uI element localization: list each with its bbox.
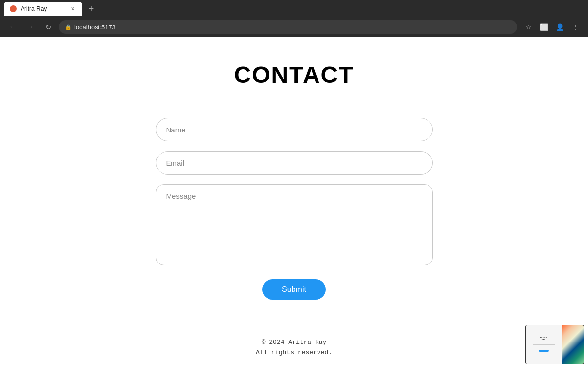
thumbnail-right [562,325,584,364]
profile-button[interactable]: 👤 [553,20,566,34]
new-tab-button[interactable]: + [84,2,98,16]
page-title: CONTACT [234,61,354,88]
address-bar-row: ← → ↻ 🔒 localhost:5173 ☆ ⬜ 👤 ⋮ [0,18,588,36]
footer: © 2024 Aritra Ray All rights reserved. [0,323,588,368]
menu-button[interactable]: ⋮ [568,20,582,34]
refresh-button[interactable]: ↻ [41,20,55,34]
contact-form: Submit [156,118,433,300]
tab-bar: Aritra Ray ✕ + [0,0,588,18]
toolbar-actions: ☆ ⬜ 👤 ⋮ [521,20,582,34]
thumb-divider-3 [533,347,555,347]
forward-button[interactable]: → [24,20,37,34]
tab-title: Aritra Ray [21,5,65,12]
security-icon: 🔒 [65,24,72,30]
active-tab[interactable]: Aritra Ray ✕ [4,2,82,16]
back-button[interactable]: ← [6,20,20,34]
name-input[interactable] [156,118,433,141]
bookmark-button[interactable]: ☆ [521,20,535,34]
thumb-btn-shape [539,350,549,352]
submit-button[interactable]: Submit [262,279,326,300]
thumbnail-left: ARITRARAY [526,325,562,364]
page-content: CONTACT Submit [0,37,588,323]
footer-line2: All rights reserved. [10,348,578,358]
message-textarea[interactable] [156,184,433,265]
thumb-divider-2 [533,344,555,345]
thumbnail-overlay[interactable]: ARITRARAY [525,325,584,364]
thumb-title: ARITRARAY [540,337,547,341]
url-display: localhost:5173 [74,24,116,31]
address-bar[interactable]: 🔒 localhost:5173 [59,20,517,34]
browser-chrome: Aritra Ray ✕ + ← → ↻ 🔒 localhost:5173 ☆ … [0,0,588,37]
thumb-divider [533,342,555,342]
footer-line1: © 2024 Aritra Ray [10,338,578,348]
tab-close-button[interactable]: ✕ [69,5,76,13]
tab-favicon [10,5,17,12]
email-input[interactable] [156,151,433,175]
extension-button[interactable]: ⬜ [537,20,551,34]
thumbnail-inner: ARITRARAY [526,325,584,364]
